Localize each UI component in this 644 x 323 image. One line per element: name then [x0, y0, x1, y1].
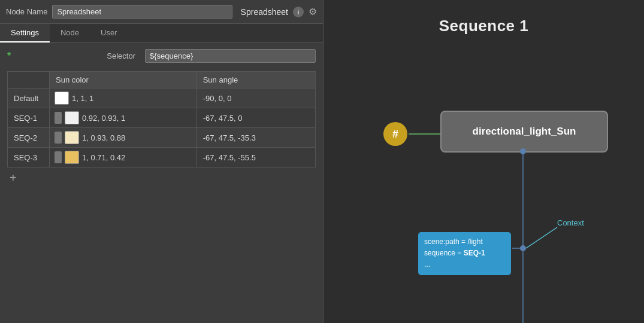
sun-color-value-seq3: 1, 0.71, 0.42 — [82, 153, 125, 162]
sequence-title: Sequence 1 — [323, 0, 644, 35]
color-swatch-seq3[interactable] — [65, 151, 79, 164]
required-asterisk: * — [7, 51, 11, 62]
node-name-label: Node Name — [6, 7, 47, 16]
tooltip-line2-prefix: sequence = — [424, 249, 464, 257]
info-icon[interactable]: i — [293, 7, 304, 17]
row-label-seq2: SEQ-2 — [8, 128, 50, 148]
table-row: SEQ-21, 0.93, 0.88-67, 47.5, -35.3 — [8, 128, 316, 148]
hash-node: # — [383, 122, 407, 146]
row-label-seq1: SEQ-1 — [8, 108, 50, 128]
row-angle-seq3: -67, 47.5, -55.5 — [196, 148, 315, 167]
row-color-seq3[interactable]: 1, 0.71, 0.42 — [50, 148, 197, 167]
sun-color-value-seq1: 0.92, 0.93, 1 — [82, 114, 125, 123]
node-top-connector — [520, 148, 526, 154]
top-bar: Node Name Spreadsheet i ⚙ — [0, 0, 323, 24]
toggle-seq3[interactable] — [55, 151, 62, 163]
col-header-sun-angle: Sun angle — [196, 72, 315, 89]
col-header-empty — [8, 72, 50, 89]
settings-content: * Selector Sun color Sun angle Default1,… — [0, 43, 323, 323]
row-color-seq1[interactable]: 0.92, 0.93, 1 — [50, 108, 197, 128]
toggle-seq1[interactable] — [55, 112, 62, 124]
svg-line-3 — [526, 227, 557, 248]
color-swatch-default[interactable] — [55, 92, 69, 105]
row-color-default[interactable]: 1, 1, 1 — [50, 89, 197, 108]
tooltip-line3: ... — [424, 259, 505, 270]
sun-color-value-seq2: 1, 0.93, 0.88 — [82, 133, 125, 142]
gear-icon[interactable]: ⚙ — [309, 6, 317, 17]
row-angle-seq1: -67, 47.5, 0 — [196, 108, 315, 128]
color-swatch-seq1[interactable] — [65, 111, 79, 124]
selector-label: Selector — [107, 51, 135, 60]
table-row: SEQ-10.92, 0.93, 1-67, 47.5, 0 — [8, 108, 316, 128]
context-label: Context — [557, 218, 584, 227]
selector-row: * Selector — [7, 49, 316, 63]
row-angle-default: -90, 0, 0 — [196, 89, 315, 108]
row-label-seq3: SEQ-3 — [8, 148, 50, 167]
right-panel: Sequence 1 # directional_light_Sun Conte… — [323, 0, 644, 323]
sun-color-value-default: 1, 1, 1 — [72, 94, 93, 103]
row-color-seq2[interactable]: 1, 0.93, 0.88 — [50, 128, 197, 148]
table-row: SEQ-31, 0.71, 0.42-67, 47.5, -55.5 — [8, 148, 316, 167]
row-label-default: Default — [8, 89, 50, 108]
tooltip-line2-bold: SEQ-1 — [464, 249, 485, 257]
row-angle-seq2: -67, 47.5, -35.3 — [196, 128, 315, 148]
selector-input[interactable] — [145, 49, 316, 63]
col-header-sun-color: Sun color — [50, 72, 197, 89]
spreadsheet-title: Spreadsheet — [241, 7, 288, 17]
node-name-input[interactable] — [52, 5, 232, 19]
color-swatch-seq2[interactable] — [65, 131, 79, 144]
table-header-row: Sun color Sun angle — [8, 72, 316, 89]
tab-user[interactable]: User — [90, 24, 128, 42]
tooltip-box[interactable]: scene:path = /light sequence = SEQ-1 ... — [418, 232, 511, 275]
node-box[interactable]: directional_light_Sun — [440, 111, 608, 153]
toggle-seq2[interactable] — [55, 132, 62, 144]
left-panel: Node Name Spreadsheet i ⚙ Settings Node … — [0, 0, 323, 323]
tooltip-line1: scene:path = /light — [424, 236, 505, 248]
add-row-button[interactable]: + — [7, 167, 19, 188]
spreadsheet-table: Sun color Sun angle Default1, 1, 1-90, 0… — [7, 71, 316, 167]
tooltip-line2: sequence = SEQ-1 — [424, 248, 505, 259]
tabs-bar: Settings Node User — [0, 24, 323, 43]
tab-node[interactable]: Node — [50, 24, 90, 42]
node-mid-connector[interactable] — [520, 245, 526, 251]
tab-settings[interactable]: Settings — [0, 24, 50, 42]
table-row: Default1, 1, 1-90, 0, 0 — [8, 89, 316, 108]
